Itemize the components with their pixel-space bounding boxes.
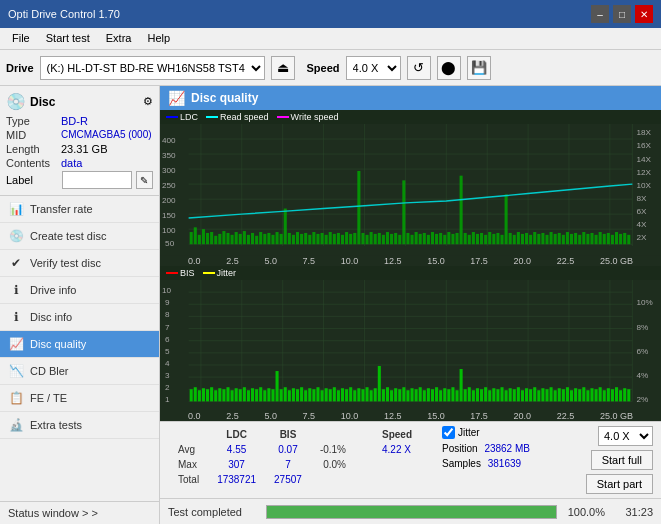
svg-rect-207 bbox=[345, 389, 348, 401]
svg-rect-244 bbox=[496, 389, 499, 401]
jitter-speed-section: Jitter Position 23862 MB Samples 381639 bbox=[442, 426, 530, 469]
svg-rect-54 bbox=[325, 235, 328, 244]
svg-text:6: 6 bbox=[165, 334, 170, 343]
erase-button[interactable]: ⬤ bbox=[437, 56, 461, 80]
progress-bar-fill bbox=[267, 506, 556, 518]
menu-start-test[interactable]: Start test bbox=[38, 30, 98, 47]
nav-create-test-disc[interactable]: 💿 Create test disc bbox=[0, 223, 159, 250]
nav-disc-quality[interactable]: 📈 Disc quality bbox=[0, 331, 159, 358]
fe-te-icon: 📋 bbox=[8, 390, 24, 406]
start-part-button[interactable]: Start part bbox=[586, 474, 653, 494]
avg-ldc: 4.55 bbox=[209, 443, 264, 456]
svg-rect-39 bbox=[263, 234, 266, 244]
position-row: Position 23862 MB bbox=[442, 443, 530, 454]
nav-drive-info[interactable]: ℹ Drive info bbox=[0, 277, 159, 304]
close-button[interactable]: ✕ bbox=[635, 5, 653, 23]
maximize-button[interactable]: □ bbox=[613, 5, 631, 23]
svg-rect-209 bbox=[353, 390, 356, 401]
svg-rect-82 bbox=[439, 233, 442, 244]
window-controls: – □ ✕ bbox=[591, 5, 653, 23]
status-window-button[interactable]: Status window > > bbox=[0, 501, 159, 524]
drive-select[interactable]: (K:) HL-DT-ST BD-RE WH16NS58 TST4 bbox=[40, 56, 265, 80]
nav-transfer-rate[interactable]: 📊 Transfer rate bbox=[0, 196, 159, 223]
svg-rect-178 bbox=[226, 387, 229, 401]
nav-disc-info[interactable]: ℹ Disc info bbox=[0, 304, 159, 331]
svg-rect-26 bbox=[210, 232, 213, 244]
svg-rect-121 bbox=[599, 232, 602, 244]
drive-label: Drive bbox=[6, 62, 34, 74]
svg-rect-23 bbox=[198, 235, 201, 244]
svg-rect-201 bbox=[321, 390, 324, 401]
svg-rect-105 bbox=[533, 232, 536, 244]
save-log-button[interactable]: 💾 bbox=[467, 56, 491, 80]
svg-rect-246 bbox=[505, 390, 508, 401]
svg-rect-41 bbox=[271, 235, 274, 244]
svg-rect-210 bbox=[357, 388, 360, 401]
avg-jitter: -0.1% bbox=[312, 443, 354, 456]
svg-rect-114 bbox=[570, 234, 573, 244]
svg-rect-177 bbox=[222, 389, 225, 401]
svg-rect-21 bbox=[190, 232, 193, 244]
svg-rect-258 bbox=[554, 390, 557, 401]
svg-rect-230 bbox=[439, 390, 442, 401]
svg-rect-109 bbox=[550, 232, 553, 244]
svg-rect-81 bbox=[435, 234, 438, 244]
svg-text:9: 9 bbox=[165, 298, 170, 307]
svg-rect-254 bbox=[537, 390, 540, 401]
svg-rect-44 bbox=[284, 209, 287, 245]
nav-cd-bler[interactable]: 📉 CD Bler bbox=[0, 358, 159, 385]
svg-rect-193 bbox=[288, 390, 291, 401]
chart2-legend: BIS Jitter bbox=[160, 266, 661, 280]
content-title-icon: 📈 bbox=[168, 90, 185, 106]
drivebar: Drive (K:) HL-DT-ST BD-RE WH16NS58 TST4 … bbox=[0, 50, 661, 86]
speed-select-inline[interactable]: 4.0 X bbox=[598, 426, 653, 446]
svg-rect-170 bbox=[194, 387, 197, 401]
menu-extra[interactable]: Extra bbox=[98, 30, 140, 47]
menu-help[interactable]: Help bbox=[139, 30, 178, 47]
menu-file[interactable]: File bbox=[4, 30, 38, 47]
svg-rect-36 bbox=[251, 233, 254, 244]
disc-icon: 💿 bbox=[6, 92, 26, 111]
jitter-checkbox[interactable] bbox=[442, 426, 455, 439]
ldc-legend-label: LDC bbox=[180, 112, 198, 122]
verify-test-disc-icon: ✔ bbox=[8, 255, 24, 271]
progress-bar-wrapper bbox=[266, 505, 557, 519]
svg-rect-229 bbox=[435, 387, 438, 401]
eject-button[interactable]: ⏏ bbox=[271, 56, 295, 80]
sidebar: 💿 Disc ⚙ Type BD-R MID CMCMAGBA5 (000) L… bbox=[0, 86, 160, 524]
start-full-button[interactable]: Start full bbox=[591, 450, 653, 470]
svg-rect-269 bbox=[599, 387, 602, 401]
svg-rect-176 bbox=[218, 388, 221, 401]
svg-rect-84 bbox=[447, 232, 450, 244]
label-edit-button[interactable]: ✎ bbox=[136, 171, 153, 189]
svg-rect-200 bbox=[316, 387, 319, 401]
svg-rect-73 bbox=[402, 180, 405, 244]
nav-verify-test-disc[interactable]: ✔ Verify test disc bbox=[0, 250, 159, 277]
minimize-button[interactable]: – bbox=[591, 5, 609, 23]
label-input[interactable] bbox=[62, 171, 132, 189]
chart2-svg-area: 10 9 8 7 6 5 4 3 2 1 10% 8% 6% bbox=[160, 280, 661, 412]
svg-text:2: 2 bbox=[165, 383, 170, 392]
svg-rect-100 bbox=[513, 235, 516, 244]
max-row-label: Max bbox=[170, 458, 207, 471]
progress-percent: 100.0% bbox=[565, 506, 605, 518]
disc-section-label: Disc bbox=[30, 95, 55, 109]
svg-rect-125 bbox=[615, 232, 618, 244]
nav-extra-tests[interactable]: 🔬 Extra tests bbox=[0, 412, 159, 439]
disc-settings-icon[interactable]: ⚙ bbox=[143, 95, 153, 108]
speed-col-header: Speed bbox=[374, 428, 420, 441]
samples-value: 381639 bbox=[488, 458, 521, 469]
speed-select[interactable]: 4.0 X bbox=[346, 56, 401, 80]
svg-rect-276 bbox=[627, 389, 630, 401]
refresh-button[interactable]: ↺ bbox=[407, 56, 431, 80]
svg-text:4%: 4% bbox=[636, 371, 648, 380]
svg-rect-69 bbox=[386, 232, 389, 244]
nav-fe-te[interactable]: 📋 FE / TE bbox=[0, 385, 159, 412]
max-ldc: 307 bbox=[209, 458, 264, 471]
svg-text:300: 300 bbox=[162, 166, 176, 175]
content-header: 📈 Disc quality bbox=[160, 86, 661, 110]
svg-rect-253 bbox=[533, 387, 536, 401]
jitter-legend-line bbox=[203, 272, 215, 274]
total-bis: 27507 bbox=[266, 473, 310, 486]
svg-rect-28 bbox=[218, 234, 221, 244]
